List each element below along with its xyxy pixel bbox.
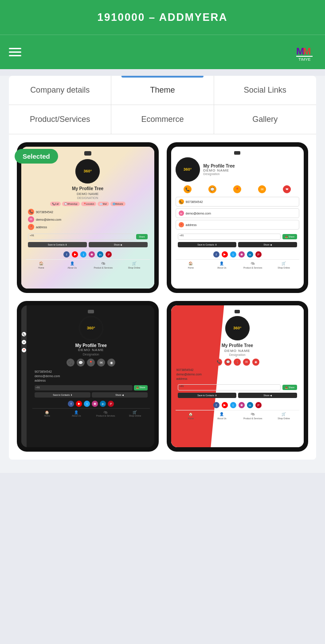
theme1-title: My Profile Tree xyxy=(26,186,150,191)
theme4-address: address xyxy=(176,377,300,380)
tabs-row-1: Company details Theme Social Links xyxy=(9,76,316,105)
phone-screen-2: 360° My Profile Tree DEMO NAME Designati… xyxy=(171,147,304,289)
theme-4-card[interactable]: 360° My Profile Tree DEMO NAME Designati… xyxy=(167,301,309,452)
theme2-nav: 🏠Home 👤About Us 🛍Product & Services 🛒Sho… xyxy=(176,259,300,271)
tab-card: Company details Theme Social Links Produ… xyxy=(9,76,316,460)
phone-screen-1: 360° My Profile Tree DEMO NAME DESIGNATI… xyxy=(21,147,154,289)
theme4-icons-row: 📞 💬 📍 ✉ ◉ xyxy=(176,359,300,366)
theme4-title: My Profile Tree xyxy=(176,343,300,348)
theme3-demo-name: DEMO NAME xyxy=(32,348,150,352)
camera-notch-1 xyxy=(84,151,91,156)
theme1-nav: 🏠Home 👤About Us 🛍Product & Services 🛒Sho… xyxy=(26,259,150,271)
tab-theme[interactable]: Theme xyxy=(111,76,214,105)
theme3-share-btn[interactable]: 📤 Share xyxy=(134,385,148,390)
theme3-nav: 🏠Home 👤About Us 🛍Product & Services 🛒Sho… xyxy=(32,408,150,419)
theme3-address: address xyxy=(32,379,150,382)
theme4-action-btns: Save to Contacts ⬇ Share ◀ xyxy=(176,393,300,400)
sub-header: M M TIMYE xyxy=(0,35,325,69)
theme4-designation: Designation xyxy=(176,353,300,356)
phone-screen-4: 360° My Profile Tree DEMO NAME Designati… xyxy=(171,305,304,447)
theme2-phone-box: 📞 9073854542 xyxy=(176,197,300,207)
hamburger-menu[interactable] xyxy=(9,48,21,56)
theme2-icons-row: 📞 💬 📍 ✉ ❤ xyxy=(176,185,300,193)
theme3-input-row: +91 📤 Share xyxy=(32,383,150,392)
phone-mockup-2: 360° My Profile Tree DEMO NAME Designati… xyxy=(167,142,309,293)
svg-text:M: M xyxy=(303,46,311,57)
theme1-logo: 360° xyxy=(75,159,100,183)
theme4-demo-name: DEMO NAME xyxy=(176,349,300,353)
tw-icon[interactable]: t xyxy=(80,251,86,258)
theme-1-card[interactable]: Selected 360° My Profile Tree DEM xyxy=(17,142,159,293)
theme1-designation: DESIGNATION xyxy=(26,196,150,199)
theme3-designation: Designation xyxy=(32,353,150,356)
top-header: 1910000 – ADDMYERA xyxy=(0,0,325,35)
theme2-action-btns: Save to Contacts ⬇ Share ◀ xyxy=(176,242,300,250)
theme4-background: 360° My Profile Tree DEMO NAME Designati… xyxy=(171,305,304,447)
theme3-background: 📞 ✉ 📍 360° xyxy=(21,305,154,447)
li-icon[interactable]: in xyxy=(97,251,103,258)
theme1-action-btns: Save to Contacts ⬇ Share ◀ xyxy=(26,242,150,250)
theme4-phone: 9073854542 xyxy=(176,368,300,371)
theme2-social-icons: f ▶ t ◉ in P xyxy=(176,250,300,259)
theme2-header: 360° My Profile Tree DEMO NAME Designati… xyxy=(176,157,300,182)
theme2-email-box: ✉ demo@demo.com xyxy=(176,208,300,218)
theme1-background: 360° My Profile Tree DEMO NAME DESIGNATI… xyxy=(21,147,154,289)
phone-mockup-3: 📞 ✉ 📍 360° xyxy=(17,301,159,452)
theme1-demo-name: DEMO NAME xyxy=(26,192,150,196)
yt-icon[interactable]: ▶ xyxy=(72,251,78,258)
theme3-email: demo@demo.com xyxy=(32,375,150,378)
tabs-row-2: Product/Services Ecommerce Gallery xyxy=(9,105,316,134)
theme4-logo: 360° xyxy=(225,316,250,340)
theme3-content: 360° My Profile Tree DEMO NAME Designati… xyxy=(32,310,150,419)
theme3-icons-row: 📞 💬 📍 ✉ ◉ xyxy=(32,359,150,367)
tab-ecommerce[interactable]: Ecommerce xyxy=(111,105,214,134)
theme1-input-row: +91 Share xyxy=(26,231,150,242)
brand-logo: M M TIMYE xyxy=(294,41,316,63)
theme4-email: demo@demo.com xyxy=(176,373,300,376)
theme1-share-btn[interactable]: Share xyxy=(136,234,147,239)
tab-company-details[interactable]: Company details xyxy=(9,76,111,105)
theme2-address-box: 📍 address xyxy=(176,220,300,230)
theme4-nav: 🏠Home 👤About Us 🛍Product & Services 🛒Sho… xyxy=(176,410,300,422)
theme3-title: My Profile Tree xyxy=(32,343,150,348)
phone-mockup-4: 360° My Profile Tree DEMO NAME Designati… xyxy=(167,301,309,452)
theme3-phone: 9073854542 xyxy=(32,370,150,373)
ig-icon[interactable]: ◉ xyxy=(89,251,95,258)
theme4-share-btn[interactable]: 📤 Share xyxy=(282,385,297,390)
phone-screen-3: 📞 ✉ 📍 360° xyxy=(21,305,154,447)
theme3-action-btns: Save to Contacts ⬇ Share ◀ xyxy=(32,392,150,399)
tab-product-services[interactable]: Product/Services xyxy=(9,105,111,134)
app-title: 1910000 – ADDMYERA xyxy=(98,11,228,23)
theme1-email-row: ✉ demo@demo.com xyxy=(26,216,150,222)
theme3-side-strip: 📞 ✉ 📍 xyxy=(21,305,27,447)
theme1-social-icons: f ▶ t ◉ in P xyxy=(26,250,150,259)
tab-gallery[interactable]: Gallery xyxy=(214,105,316,134)
svg-text:TIMYE: TIMYE xyxy=(298,57,311,62)
theme1-quick-btns: 📞Call 💬WhatsApp 📍Location 📧Mail 🌐Website xyxy=(26,202,150,206)
selected-badge: Selected xyxy=(15,149,58,164)
theme2-share-btn[interactable]: 📤 Share xyxy=(282,234,297,239)
fb-icon[interactable]: f xyxy=(63,251,70,258)
theme-2-card[interactable]: 360° My Profile Tree DEMO NAME Designati… xyxy=(167,142,309,293)
theme1-phone-row: 📞 9073854542 xyxy=(26,209,150,215)
phone-mockup-1: 360° My Profile Tree DEMO NAME DESIGNATI… xyxy=(17,142,159,293)
theme2-background: 360° My Profile Tree DEMO NAME Designati… xyxy=(171,147,304,289)
theme1-address-row: 📍 address xyxy=(26,224,150,230)
theme4-social-icons: f ▶ t ◉ in P xyxy=(176,400,300,410)
pi-icon[interactable]: P xyxy=(106,251,112,258)
tab-social-links[interactable]: Social Links xyxy=(214,76,316,105)
theme3-social-icons: f ▶ t ◉ in P xyxy=(32,399,150,408)
theme-grid: Selected 360° My Profile Tree DEM xyxy=(9,134,316,460)
theme4-content: 360° My Profile Tree DEMO NAME Designati… xyxy=(171,305,304,426)
theme4-input-row: +91 📤 Share xyxy=(176,382,300,393)
theme2-input-row: +91 📤 Share xyxy=(176,231,300,242)
theme3-logo: 360° xyxy=(79,316,103,340)
main-content: Company details Theme Social Links Produ… xyxy=(0,76,325,473)
theme-3-card[interactable]: 📞 ✉ 📍 360° xyxy=(17,301,159,452)
